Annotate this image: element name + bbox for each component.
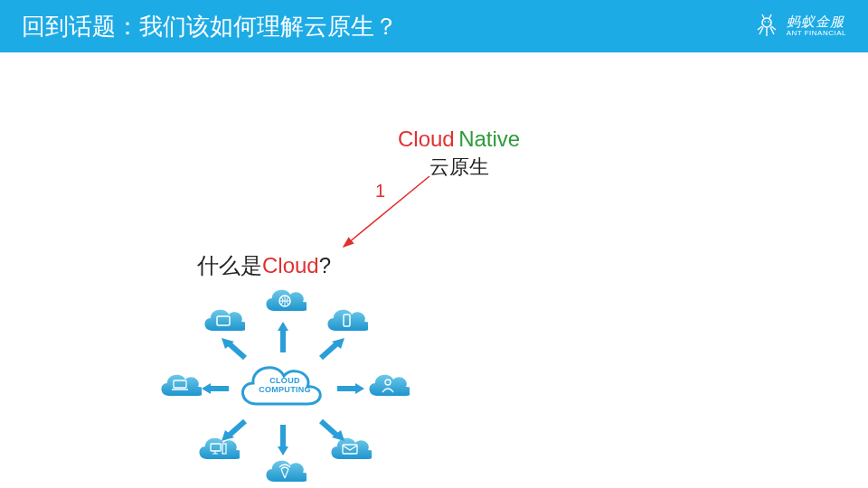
svg-point-2 xyxy=(768,21,769,23)
brand-text: 蚂蚁金服 ANT FINANCIAL xyxy=(787,14,846,37)
slide-header: 回到话题：我们该如何理解云原生？ 蚂蚁金服 ANT FINANCIAL xyxy=(0,0,868,52)
question-suffix: ? xyxy=(319,253,331,277)
svg-point-1 xyxy=(764,21,766,23)
arrow-icon xyxy=(330,165,448,265)
cloud-word: Cloud xyxy=(398,127,455,151)
mini-cloud-person-icon xyxy=(364,371,410,402)
slide-title: 回到话题：我们该如何理解云原生？ xyxy=(22,11,398,42)
mini-cloud-laptop-icon xyxy=(156,371,202,402)
diagram-arrows xyxy=(202,298,364,479)
cloud-computing-diagram: CLOUD COMPUTING xyxy=(147,280,419,488)
question-text: 什么是Cloud? xyxy=(197,251,331,280)
slide-content: Cloud Native 云原生 1 什么是Cloud? xyxy=(0,52,868,488)
native-word: Native xyxy=(458,127,520,151)
question-prefix: 什么是 xyxy=(197,253,262,277)
brand-name-cn: 蚂蚁金服 xyxy=(787,14,846,30)
question-highlight: Cloud xyxy=(262,253,319,277)
ant-icon xyxy=(754,14,779,39)
brand-name-en: ANT FINANCIAL xyxy=(787,30,846,38)
svg-line-3 xyxy=(344,176,429,247)
svg-point-0 xyxy=(762,18,771,27)
brand-logo: 蚂蚁金服 ANT FINANCIAL xyxy=(754,14,846,39)
